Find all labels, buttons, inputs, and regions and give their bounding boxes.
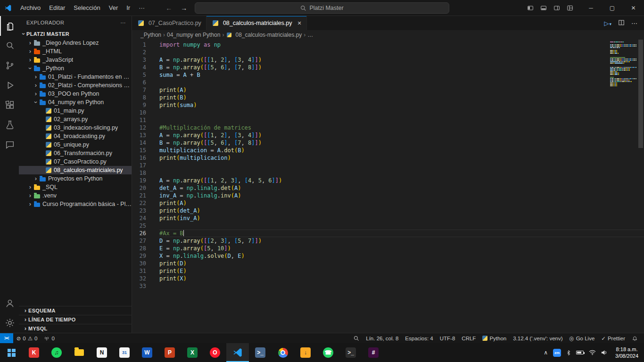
go-live-status[interactable]: ◎ Go Live bbox=[566, 333, 598, 343]
tree-item-javascript[interactable]: ›_JavaScript bbox=[19, 56, 132, 64]
code-line-19[interactable]: A = np.array([[1, 2, 3], [4, 5, 6]]) bbox=[159, 177, 644, 184]
cursor-position-status[interactable]: Lín. 26, col. 8 bbox=[363, 333, 402, 343]
code-line-32[interactable]: print(X) bbox=[159, 275, 644, 282]
code-line-1[interactable]: import numpy as np bbox=[159, 41, 644, 49]
code-editor[interactable]: import numpy as npA = np.array([[1, 2], … bbox=[159, 41, 644, 333]
tree-item-06-transformaci-n-py[interactable]: 06_Transformación.py bbox=[19, 149, 132, 157]
taskbar-slack-icon[interactable]: # bbox=[362, 343, 385, 362]
taskbar-opera-icon[interactable]: O bbox=[204, 343, 226, 362]
menu-editar[interactable]: Editar bbox=[45, 4, 69, 11]
code-line-9[interactable]: print(suma) bbox=[159, 101, 644, 109]
volume-icon[interactable] bbox=[601, 350, 607, 355]
menu-ir[interactable]: Ir bbox=[122, 4, 134, 11]
tree-item-02-arrays-py[interactable]: 02_arrays.py bbox=[19, 115, 132, 123]
ports-status[interactable]: 0 bbox=[41, 333, 58, 343]
code-line-27[interactable]: D = np.array([[2, 3], [5, 7]]) bbox=[159, 237, 644, 245]
tab-08-calculos-matriciales-py[interactable]: 08_calculos-matriciales.py ✕ bbox=[206, 16, 307, 30]
search-sidebar-icon[interactable] bbox=[0, 36, 19, 56]
explorer-more-actions-icon[interactable]: ⋯ bbox=[121, 20, 126, 26]
editor-more-actions-icon[interactable]: ⋯ bbox=[631, 20, 637, 27]
code-line-23[interactable]: print(det_A) bbox=[159, 207, 644, 214]
code-line-21[interactable]: inv_A = np.linalg.inv(A) bbox=[159, 192, 644, 199]
tree-item-sql[interactable]: ›_SQL bbox=[19, 183, 132, 191]
code-line-5[interactable]: suma = A + B bbox=[159, 71, 644, 79]
tree-item-05-unique-py[interactable]: 05_unique.py bbox=[19, 140, 132, 149]
close-button[interactable]: ✕ bbox=[623, 0, 644, 16]
menu-more-icon[interactable]: ··· bbox=[134, 4, 149, 11]
code-line-10[interactable] bbox=[159, 109, 644, 116]
remote-indicator[interactable]: >< bbox=[0, 333, 13, 343]
tree-item-proyectos-en-python[interactable]: ›Proyectos en Python bbox=[19, 174, 132, 183]
code-line-12[interactable]: #Multiplicación de matrices bbox=[159, 124, 644, 132]
code-line-16[interactable]: print(multiplicacion) bbox=[159, 154, 644, 162]
taskbar-calendar-icon[interactable]: 31 bbox=[113, 343, 136, 362]
code-line-22[interactable]: print(A) bbox=[159, 199, 644, 207]
python-interpreter-status[interactable]: 3.12.4 ('.venv': venv) bbox=[510, 333, 566, 343]
tree-item-curso-programaci-n-b-sica-platzi[interactable]: ›Curso Programación básica - Platzi bbox=[19, 200, 132, 208]
code-line-15[interactable]: multiplicacion = A.dot(B) bbox=[159, 147, 644, 154]
code-line-33[interactable] bbox=[159, 282, 644, 290]
code-line-25[interactable] bbox=[159, 222, 644, 230]
chat-icon[interactable] bbox=[0, 135, 19, 155]
tab-07-casopractico-py[interactable]: 07_CasoPractico.py bbox=[132, 16, 206, 30]
taskbar-whatsapp-icon[interactable]: ☎ bbox=[317, 343, 339, 362]
minimap[interactable] bbox=[610, 41, 636, 88]
taskbar-app-downloads-icon[interactable]: ↓ bbox=[294, 343, 317, 362]
taskbar-spotify-icon[interactable]: ♫ bbox=[45, 343, 68, 362]
taskbar-start-icon[interactable] bbox=[0, 343, 23, 362]
language-mode-status[interactable]: Python bbox=[479, 333, 510, 343]
forward-button[interactable]: → bbox=[176, 4, 191, 12]
tree-item-03-indexacion-slicing-py[interactable]: 03_indexacion-slicing.py bbox=[19, 123, 132, 132]
taskbar-powerpoint-icon[interactable]: P bbox=[158, 343, 181, 362]
panel-mysql[interactable]: › MYSQL bbox=[19, 324, 132, 333]
bluetooth-icon[interactable] bbox=[566, 350, 571, 356]
tree-item-01-main-py[interactable]: 01_main.py bbox=[19, 107, 132, 115]
breadcrumb-folder[interactable]: _Python bbox=[140, 32, 161, 38]
taskbar-app-k-icon[interactable]: K bbox=[23, 343, 45, 362]
taskbar-notion-icon[interactable]: N bbox=[91, 343, 113, 362]
tree-root-platzi-master[interactable]: › PLATZI MASTER bbox=[19, 29, 132, 39]
menu-seleccion[interactable]: Selección bbox=[69, 4, 104, 11]
tree-item-04-broadcasting-py[interactable]: 04_broadcasting.py bbox=[19, 132, 132, 140]
command-center-search[interactable]: Platzi Master bbox=[195, 2, 449, 14]
code-line-24[interactable]: print(inv_A) bbox=[159, 214, 644, 222]
customize-layout-icon[interactable] bbox=[563, 0, 577, 16]
explorer-icon[interactable] bbox=[0, 16, 19, 36]
code-line-3[interactable]: A = np.array([[1, 2], [3, 4]]) bbox=[159, 56, 644, 64]
tree-item-07-casopractico-py[interactable]: 07_CasoPractico.py bbox=[19, 157, 132, 166]
restore-button[interactable]: ▢ bbox=[602, 0, 623, 16]
toggle-secondary-sidebar-icon[interactable] bbox=[550, 0, 563, 16]
tree-item-python[interactable]: ›_Python bbox=[19, 64, 132, 73]
code-line-14[interactable]: B = np.array([[5, 6], [7, 8]]) bbox=[159, 139, 644, 147]
code-line-8[interactable]: print(B) bbox=[159, 94, 644, 101]
settings-gear-icon[interactable] bbox=[0, 313, 19, 333]
taskbar-vscode-icon[interactable] bbox=[226, 343, 249, 362]
close-tab-icon[interactable]: ✕ bbox=[297, 20, 301, 26]
taskbar-powershell-icon[interactable]: >_ bbox=[249, 343, 272, 362]
code-line-17[interactable] bbox=[159, 162, 644, 169]
taskbar-word-icon[interactable]: W bbox=[136, 343, 158, 362]
taskbar-chrome-icon[interactable] bbox=[272, 343, 294, 362]
run-python-file-button[interactable]: ▷▾ bbox=[604, 20, 611, 27]
code-line-18[interactable] bbox=[159, 169, 644, 177]
code-line-4[interactable]: B = np.array([[5, 6], [7, 8]]) bbox=[159, 64, 644, 71]
source-control-icon[interactable] bbox=[0, 56, 19, 75]
hidden-icons-chevron[interactable]: ∧ bbox=[544, 349, 548, 356]
testing-icon[interactable] bbox=[0, 115, 19, 135]
search-status-icon[interactable] bbox=[350, 333, 363, 343]
code-line-29[interactable]: X = np.linalg.solve(D, E) bbox=[159, 252, 644, 260]
breadcrumb-subfolder[interactable]: 04_numpy en Python bbox=[167, 32, 220, 38]
toggle-panel-icon[interactable] bbox=[537, 0, 550, 16]
split-editor-icon[interactable] bbox=[618, 19, 625, 27]
taskbar-clock[interactable]: 8:18 a.m. 3/08/2024 bbox=[612, 346, 641, 360]
code-line-7[interactable]: print(A) bbox=[159, 86, 644, 94]
prettier-status[interactable]: ✓ Prettier bbox=[598, 333, 628, 343]
indentation-status[interactable]: Espacios: 4 bbox=[402, 333, 436, 343]
eol-status[interactable]: CRLF bbox=[458, 333, 479, 343]
code-line-13[interactable]: A = np.array([[1, 2], [3, 4]]) bbox=[159, 132, 644, 139]
menu-ver[interactable]: Ver bbox=[105, 4, 123, 11]
editor-scrollbar[interactable] bbox=[637, 40, 644, 333]
breadcrumb-file[interactable]: 08_calculos-matriciales.py bbox=[235, 32, 302, 38]
code-line-6[interactable] bbox=[159, 79, 644, 86]
minimize-button[interactable]: ─ bbox=[580, 0, 602, 16]
